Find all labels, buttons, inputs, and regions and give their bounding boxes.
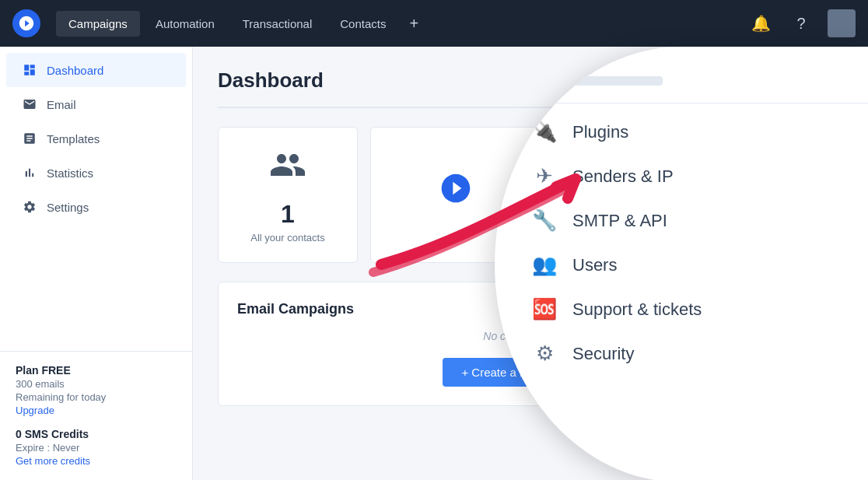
contacts-label: All your contacts	[250, 232, 324, 244]
dropdown-support-label: Support & tickets	[572, 300, 702, 320]
sidebar-settings-label: Settings	[47, 201, 89, 214]
dropdown-security[interactable]: ⚙ Security	[495, 331, 868, 376]
user-dropdown-menu: 🔌 Plugins ✈ Senders & IP 🔧 SMTP & API 👥 …	[495, 47, 868, 480]
sidebar-bottom: Plan FREE 300 emails Remaining for today…	[0, 351, 192, 480]
top-navigation: Campaigns Automation Transactional Conta…	[0, 0, 868, 47]
sidebar-statistics-label: Statistics	[47, 166, 93, 180]
nav-items: Campaigns Automation Transactional Conta…	[56, 11, 747, 37]
help-button[interactable]: ?	[787, 9, 815, 37]
dropdown-plugins-label: Plugins	[572, 122, 628, 142]
sidebar-item-templates[interactable]: Templates	[6, 121, 186, 156]
settings-icon	[22, 199, 37, 215]
dropdown-senders-ip[interactable]: ✈ Senders & IP	[495, 154, 868, 198]
security-icon: ⚙	[532, 342, 557, 366]
second-card-icon	[439, 171, 473, 212]
upgrade-link[interactable]: Upgrade	[16, 405, 54, 416]
nav-item-transactional[interactable]: Transactional	[230, 11, 325, 37]
nav-plus-button[interactable]: +	[401, 12, 426, 36]
plan-name: Plan FREE	[16, 364, 177, 377]
email-icon	[22, 96, 37, 112]
dashboard-icon	[22, 62, 37, 78]
users-icon: 👥	[532, 253, 557, 277]
sms-credits-label: 0 SMS Credits	[16, 428, 177, 440]
smtp-icon: 🔧	[532, 208, 557, 233]
sms-expire: Expire : Never	[16, 442, 177, 454]
dropdown-users-label: Users	[572, 255, 617, 275]
nav-item-campaigns[interactable]: Campaigns	[56, 11, 140, 37]
sidebar-item-dashboard[interactable]: Dashboard	[6, 53, 186, 87]
dropdown-smtp-label: SMTP & API	[572, 211, 667, 231]
contacts-count: 1	[281, 200, 295, 229]
notification-bell-button[interactable]: 🔔	[747, 9, 775, 37]
dropdown-security-label: Security	[572, 344, 634, 364]
plan-emails: 300 emails	[16, 378, 177, 390]
nav-item-automation[interactable]: Automation	[143, 11, 227, 37]
dropdown-support[interactable]: 🆘 Support & tickets	[495, 287, 868, 331]
sidebar-dashboard-label: Dashboard	[47, 64, 103, 77]
sidebar-item-settings[interactable]: Settings	[6, 190, 186, 224]
topnav-right: 🔔 ?	[747, 9, 856, 37]
dropdown-senders-label: Senders & IP	[572, 166, 674, 187]
statistics-icon	[22, 165, 37, 180]
dropdown-plugins[interactable]: 🔌 Plugins	[495, 110, 868, 154]
dropdown-users[interactable]: 👥 Users	[495, 243, 868, 287]
sidebar: Dashboard Email Templates Statistics Set…	[0, 47, 193, 480]
dropdown-smtp-api[interactable]: 🔧 SMTP & API	[495, 198, 868, 243]
templates-icon	[22, 131, 37, 146]
sidebar-email-label: Email	[47, 98, 76, 111]
get-credits-link[interactable]: Get more credits	[16, 455, 90, 467]
contacts-card-icon	[269, 146, 306, 191]
sidebar-templates-label: Templates	[47, 132, 100, 145]
nav-item-contacts[interactable]: Contacts	[327, 11, 398, 37]
senders-icon: ✈	[532, 164, 557, 188]
support-icon: 🆘	[532, 297, 557, 321]
contacts-card: 1 All your contacts	[218, 127, 358, 263]
sidebar-item-statistics[interactable]: Statistics	[6, 156, 186, 190]
app-logo[interactable]	[12, 9, 40, 37]
user-avatar-button[interactable]	[828, 9, 856, 37]
sidebar-item-email[interactable]: Email	[6, 87, 186, 121]
plan-remaining: Remaining for today	[16, 391, 177, 403]
